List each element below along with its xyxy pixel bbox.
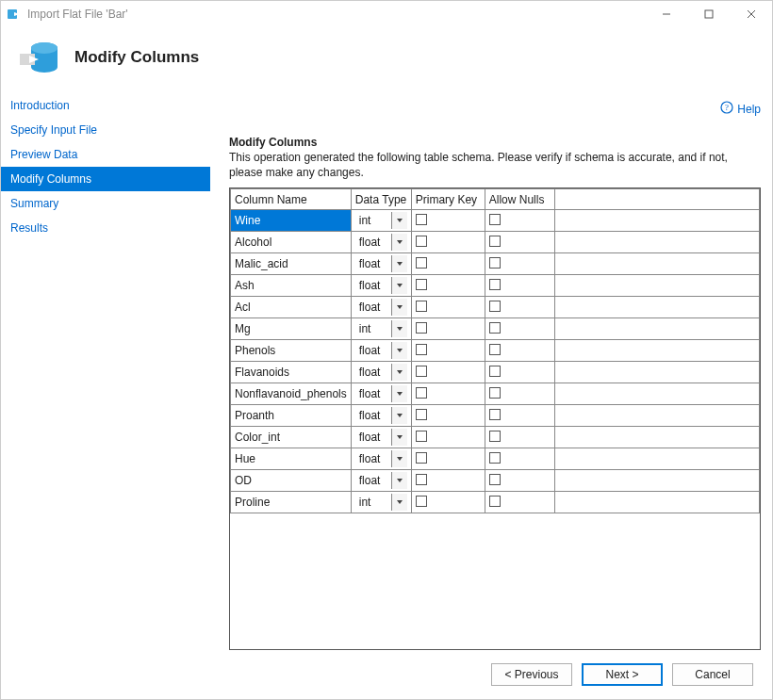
- checkbox[interactable]: [416, 409, 427, 420]
- checkbox[interactable]: [489, 322, 501, 334]
- data-type-cell[interactable]: float: [351, 340, 411, 362]
- nav-item-modify-columns[interactable]: Modify Columns: [1, 167, 210, 191]
- primary-key-cell[interactable]: [411, 362, 485, 383]
- column-name-cell[interactable]: Ash: [231, 275, 352, 297]
- column-name-cell[interactable]: Nonflavanoid_phenols: [231, 383, 352, 405]
- column-name-cell[interactable]: Acl: [231, 297, 352, 318]
- primary-key-cell[interactable]: [411, 340, 485, 362]
- chevron-down-icon[interactable]: [392, 212, 407, 229]
- allow-nulls-cell[interactable]: [485, 492, 554, 513]
- primary-key-cell[interactable]: [411, 448, 485, 470]
- header-primary-key[interactable]: Primary Key: [411, 189, 485, 210]
- checkbox[interactable]: [489, 236, 501, 247]
- help-link[interactable]: ? Help: [720, 101, 761, 117]
- checkbox[interactable]: [416, 214, 427, 225]
- checkbox[interactable]: [416, 366, 427, 377]
- column-name-cell[interactable]: Flavanoids: [231, 362, 352, 383]
- checkbox[interactable]: [416, 431, 427, 442]
- minimize-button[interactable]: [645, 1, 687, 27]
- nav-item-results[interactable]: Results: [1, 216, 210, 240]
- allow-nulls-cell[interactable]: [485, 427, 554, 448]
- cancel-button[interactable]: Cancel: [672, 663, 753, 686]
- nav-item-introduction[interactable]: Introduction: [1, 93, 210, 118]
- primary-key-cell[interactable]: [411, 210, 485, 232]
- data-type-cell[interactable]: int: [351, 210, 411, 232]
- primary-key-cell[interactable]: [411, 275, 485, 297]
- checkbox[interactable]: [489, 214, 501, 225]
- allow-nulls-cell[interactable]: [485, 232, 554, 253]
- data-type-cell[interactable]: float: [351, 470, 411, 492]
- allow-nulls-cell[interactable]: [485, 253, 554, 275]
- allow-nulls-cell[interactable]: [485, 297, 554, 318]
- data-type-cell[interactable]: float: [351, 383, 411, 405]
- checkbox[interactable]: [416, 344, 427, 355]
- chevron-down-icon[interactable]: [392, 494, 407, 511]
- allow-nulls-cell[interactable]: [485, 448, 554, 470]
- checkbox[interactable]: [489, 387, 501, 399]
- column-name-cell[interactable]: Wine: [231, 210, 352, 232]
- nav-item-preview-data[interactable]: Preview Data: [1, 142, 210, 167]
- checkbox[interactable]: [416, 236, 427, 247]
- allow-nulls-cell[interactable]: [485, 210, 554, 232]
- primary-key-cell[interactable]: [411, 318, 485, 340]
- column-name-cell[interactable]: Phenols: [231, 340, 352, 362]
- column-name-cell[interactable]: Color_int: [231, 427, 352, 448]
- checkbox[interactable]: [416, 279, 427, 290]
- checkbox[interactable]: [489, 409, 501, 420]
- column-name-cell[interactable]: Proanth: [231, 405, 352, 427]
- allow-nulls-cell[interactable]: [485, 340, 554, 362]
- data-type-cell[interactable]: float: [351, 427, 411, 448]
- chevron-down-icon[interactable]: [392, 255, 407, 272]
- allow-nulls-cell[interactable]: [485, 275, 554, 297]
- checkbox[interactable]: [489, 496, 501, 507]
- chevron-down-icon[interactable]: [392, 277, 407, 294]
- nav-item-summary[interactable]: Summary: [1, 191, 210, 216]
- checkbox[interactable]: [489, 301, 501, 312]
- primary-key-cell[interactable]: [411, 232, 485, 253]
- checkbox[interactable]: [416, 496, 427, 507]
- data-type-cell[interactable]: float: [351, 448, 411, 470]
- chevron-down-icon[interactable]: [392, 429, 407, 446]
- chevron-down-icon[interactable]: [392, 450, 407, 467]
- data-type-cell[interactable]: float: [351, 253, 411, 275]
- column-name-cell[interactable]: Proline: [231, 492, 352, 513]
- column-name-cell[interactable]: Hue: [231, 448, 352, 470]
- checkbox[interactable]: [416, 387, 427, 399]
- chevron-down-icon[interactable]: [392, 299, 407, 316]
- checkbox[interactable]: [416, 322, 427, 334]
- checkbox[interactable]: [416, 474, 427, 485]
- column-name-cell[interactable]: Alcohol: [231, 232, 352, 253]
- allow-nulls-cell[interactable]: [485, 362, 554, 383]
- chevron-down-icon[interactable]: [392, 342, 407, 359]
- close-button[interactable]: [730, 1, 772, 27]
- column-name-cell[interactable]: Malic_acid: [231, 253, 352, 275]
- checkbox[interactable]: [416, 301, 427, 312]
- maximize-button[interactable]: [687, 1, 730, 27]
- data-type-cell[interactable]: float: [351, 297, 411, 318]
- primary-key-cell[interactable]: [411, 253, 485, 275]
- previous-button[interactable]: < Previous: [491, 663, 572, 686]
- columns-grid[interactable]: Column Name Data Type Primary Key Allow …: [229, 187, 761, 650]
- chevron-down-icon[interactable]: [392, 472, 407, 489]
- primary-key-cell[interactable]: [411, 383, 485, 405]
- data-type-cell[interactable]: float: [351, 405, 411, 427]
- primary-key-cell[interactable]: [411, 492, 485, 513]
- checkbox[interactable]: [489, 344, 501, 355]
- checkbox[interactable]: [489, 366, 501, 377]
- primary-key-cell[interactable]: [411, 470, 485, 492]
- data-type-cell[interactable]: float: [351, 275, 411, 297]
- primary-key-cell[interactable]: [411, 405, 485, 427]
- checkbox[interactable]: [489, 257, 501, 269]
- data-type-cell[interactable]: int: [351, 318, 411, 340]
- header-allow-nulls[interactable]: Allow Nulls: [485, 189, 554, 210]
- checkbox[interactable]: [489, 452, 501, 464]
- data-type-cell[interactable]: float: [351, 362, 411, 383]
- column-name-cell[interactable]: Mg: [231, 318, 352, 340]
- allow-nulls-cell[interactable]: [485, 405, 554, 427]
- header-column-name[interactable]: Column Name: [231, 189, 352, 210]
- checkbox[interactable]: [416, 257, 427, 269]
- nav-item-specify-input-file[interactable]: Specify Input File: [1, 118, 210, 142]
- data-type-cell[interactable]: int: [351, 492, 411, 513]
- checkbox[interactable]: [489, 431, 501, 442]
- chevron-down-icon[interactable]: [392, 234, 407, 251]
